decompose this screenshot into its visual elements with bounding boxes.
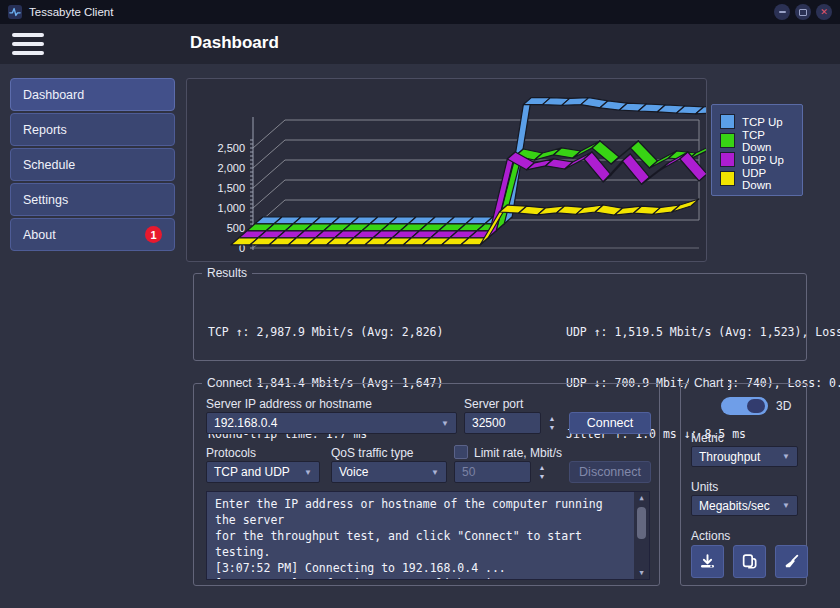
- chevron-down-icon: ▼: [431, 468, 439, 477]
- log-output[interactable]: Enter the IP address or hostname of the …: [206, 491, 650, 580]
- results-group-label: Results: [202, 266, 252, 281]
- legend-label: UDP Up: [742, 154, 784, 166]
- main-area: Dashboard Reports Schedule Settings Abou…: [0, 64, 840, 608]
- menu-icon[interactable]: [12, 33, 44, 55]
- chevron-down-icon: ▼: [782, 452, 790, 461]
- limit-rate-label: Limit rate, Mbit/s: [474, 446, 562, 460]
- disconnect-button: Disconnect: [569, 461, 651, 483]
- window-controls: ✕: [774, 4, 832, 20]
- limit-rate-stepper[interactable]: ▲▼: [535, 461, 549, 483]
- log-line: [3:07:52 PM] Performing tests. Click "Di…: [215, 576, 627, 580]
- legend-swatch: [720, 114, 735, 129]
- chart-canvas: 05001,0001,5002,0002,500: [187, 79, 706, 261]
- server-port-label: Server port: [464, 397, 523, 411]
- chart-options-group: Chart 3D Metric Throughput ▼ Units Megab…: [680, 383, 807, 586]
- legend-item: TCP Down: [720, 131, 794, 150]
- svg-text:1,500: 1,500: [217, 182, 245, 194]
- sidebar-item-about[interactable]: About 1: [10, 218, 175, 251]
- page-title: Dashboard: [190, 33, 279, 53]
- chevron-down-icon: ▼: [304, 468, 312, 477]
- qos-label: QoS traffic type: [331, 446, 413, 460]
- chart-group-label: Chart: [689, 376, 728, 391]
- scrollbar-thumb[interactable]: [637, 507, 646, 539]
- clear-log-button[interactable]: [775, 545, 808, 578]
- maximize-icon[interactable]: [795, 4, 811, 20]
- connect-button[interactable]: Connect: [569, 412, 651, 434]
- protocols-combobox[interactable]: TCP and UDP ▼: [206, 461, 320, 483]
- server-port-input[interactable]: 32500: [464, 412, 541, 434]
- minimize-icon[interactable]: [774, 4, 790, 20]
- app-title: Tessabyte Client: [29, 6, 113, 18]
- svg-text:2,000: 2,000: [217, 162, 245, 174]
- legend-swatch: [720, 152, 735, 167]
- qos-combobox[interactable]: Voice ▼: [331, 461, 447, 483]
- close-icon[interactable]: ✕: [816, 4, 832, 20]
- scroll-down-icon[interactable]: ▼: [639, 569, 643, 577]
- limit-rate-input: 50: [454, 461, 531, 483]
- legend-label: TCP Down: [742, 129, 794, 153]
- server-ip-combobox[interactable]: 192.168.0.4 ▼: [206, 412, 457, 434]
- log-line: [3:07:52 PM] Connecting to 192.168.0.4 .…: [215, 560, 627, 576]
- server-ip-label: Server IP address or hostname: [206, 397, 372, 411]
- units-label: Units: [691, 480, 718, 494]
- app-logo-icon: [8, 5, 22, 19]
- titlebar: Tessabyte Client ✕: [0, 0, 840, 24]
- chevron-down-icon: ▼: [441, 419, 449, 428]
- server-port-stepper[interactable]: ▲▼: [545, 412, 559, 434]
- metric-combobox[interactable]: Throughput ▼: [691, 446, 798, 467]
- 3d-toggle[interactable]: [721, 397, 768, 415]
- save-results-button[interactable]: [691, 545, 724, 578]
- sidebar-item-schedule[interactable]: Schedule: [10, 148, 175, 181]
- metric-label: Metric: [691, 431, 724, 445]
- result-udp-up: UDP ↑: 1,519.5 Mbit/s (Avg: 1,523), Loss…: [566, 324, 840, 341]
- actions-label: Actions: [691, 529, 730, 543]
- svg-text:500: 500: [227, 222, 245, 234]
- copy-icon: [741, 553, 758, 570]
- units-combobox[interactable]: Megabits/sec ▼: [691, 495, 798, 516]
- copy-results-button[interactable]: [733, 545, 766, 578]
- legend-item: UDP Down: [720, 169, 794, 188]
- result-tcp-up: TCP ↑: 2,987.9 Mbit/s (Avg: 2,826): [208, 324, 443, 341]
- header: Dashboard: [0, 24, 840, 64]
- sidebar-item-dashboard[interactable]: Dashboard: [10, 78, 175, 111]
- notification-badge: 1: [145, 226, 162, 243]
- svg-text:2,500: 2,500: [217, 142, 245, 154]
- 3d-toggle-label: 3D: [776, 399, 791, 413]
- chevron-down-icon: ▼: [782, 501, 790, 510]
- svg-text:1,000: 1,000: [217, 202, 245, 214]
- sidebar-item-reports[interactable]: Reports: [10, 113, 175, 146]
- limit-rate-checkbox[interactable]: [454, 445, 468, 459]
- results-group: Results TCP ↑: 2,987.9 Mbit/s (Avg: 2,82…: [193, 273, 807, 361]
- protocols-label: Protocols: [206, 446, 256, 460]
- connect-group: Connect Server IP address or hostname 19…: [193, 383, 660, 586]
- legend-swatch: [720, 171, 735, 186]
- chart-legend: TCP UpTCP DownUDP UpUDP Down: [711, 104, 803, 196]
- toggle-knob: [747, 399, 765, 413]
- throughput-chart: 05001,0001,5002,0002,500: [186, 78, 707, 262]
- connect-group-label: Connect: [202, 376, 257, 391]
- log-line: Enter the IP address or hostname of the …: [215, 496, 627, 528]
- sidebar: Dashboard Reports Schedule Settings Abou…: [10, 78, 175, 251]
- legend-label: UDP Down: [742, 167, 794, 191]
- sidebar-item-settings[interactable]: Settings: [10, 183, 175, 216]
- legend-label: TCP Up: [742, 116, 783, 128]
- log-scrollbar[interactable]: ▲ ▼: [634, 492, 649, 579]
- scroll-up-icon[interactable]: ▲: [639, 494, 643, 502]
- legend-swatch: [720, 133, 735, 148]
- log-line: for the throughput test, and click "Conn…: [215, 528, 627, 560]
- download-icon: [699, 553, 716, 570]
- app-window: Tessabyte Client ✕ Dashboard Dashboard R…: [0, 0, 840, 608]
- broom-icon: [783, 553, 800, 570]
